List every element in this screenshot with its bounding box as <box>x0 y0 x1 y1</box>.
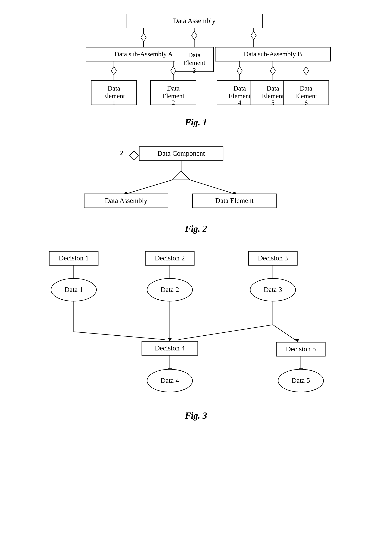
svg-text:4: 4 <box>238 99 241 106</box>
svg-text:Data 3: Data 3 <box>264 285 282 293</box>
svg-text:Data Element: Data Element <box>215 197 254 205</box>
svg-text:Data 4: Data 4 <box>161 377 179 384</box>
svg-line-61 <box>190 180 234 194</box>
svg-text:Data: Data <box>188 51 201 59</box>
svg-text:Element: Element <box>229 92 251 100</box>
svg-marker-55 <box>130 151 138 160</box>
figure-2: 2+ Data Component Data Assembly Data Ele… <box>14 141 378 234</box>
fig3-diagram: Decision 1 Data 1 Decision 2 Data 2 Deci… <box>39 248 353 405</box>
svg-text:Element: Element <box>262 92 284 100</box>
svg-text:Data: Data <box>300 85 312 92</box>
svg-text:Data 5: Data 5 <box>292 377 310 384</box>
fig2-label: Fig. 2 <box>185 224 207 234</box>
svg-marker-3 <box>141 33 146 42</box>
svg-text:2+: 2+ <box>120 150 127 157</box>
svg-text:Data: Data <box>266 85 279 92</box>
svg-text:2: 2 <box>172 99 175 106</box>
svg-text:Data 2: Data 2 <box>161 285 179 293</box>
svg-text:Data: Data <box>108 85 120 92</box>
svg-marker-5 <box>192 31 197 40</box>
fig1-label: Fig. 1 <box>185 117 207 128</box>
svg-marker-7 <box>251 31 256 40</box>
svg-text:Element: Element <box>295 92 317 100</box>
svg-text:Data Assembly: Data Assembly <box>173 17 215 25</box>
svg-text:Data Assembly: Data Assembly <box>105 197 147 205</box>
svg-line-90 <box>179 325 273 340</box>
svg-line-99 <box>273 325 297 341</box>
svg-line-87 <box>74 332 165 340</box>
page: Data Assembly Data sub-Assembly A Data E… <box>0 0 392 549</box>
fig2-diagram: 2+ Data Component Data Assembly Data Ele… <box>74 141 318 218</box>
svg-text:Data sub-Assembly A: Data sub-Assembly A <box>114 50 173 58</box>
svg-text:3: 3 <box>193 67 196 74</box>
fig1-diagram: Data Assembly Data sub-Assembly A Data E… <box>30 10 362 112</box>
svg-text:Element: Element <box>103 92 125 100</box>
figure-1: Data Assembly Data sub-Assembly A Data E… <box>14 10 378 128</box>
svg-text:Element: Element <box>183 59 205 66</box>
svg-marker-28 <box>270 66 275 75</box>
svg-text:Decision 5: Decision 5 <box>286 345 316 353</box>
svg-marker-30 <box>303 66 309 75</box>
svg-text:1: 1 <box>112 99 116 106</box>
svg-text:Decision 2: Decision 2 <box>155 254 185 262</box>
svg-text:5: 5 <box>271 99 275 106</box>
svg-marker-59 <box>172 171 190 180</box>
svg-text:Data 1: Data 1 <box>64 285 83 293</box>
svg-marker-91 <box>168 338 172 341</box>
svg-text:Decision 4: Decision 4 <box>155 344 185 352</box>
svg-text:Data sub-Assembly B: Data sub-Assembly B <box>244 50 302 58</box>
svg-text:Decision 3: Decision 3 <box>258 254 288 262</box>
svg-marker-100 <box>295 339 300 342</box>
svg-text:Decision 1: Decision 1 <box>59 254 89 262</box>
svg-text:Data Component: Data Component <box>157 150 205 157</box>
svg-text:6: 6 <box>304 99 308 106</box>
fig3-label: Fig. 3 <box>185 410 207 421</box>
svg-marker-20 <box>111 66 117 75</box>
svg-text:Data: Data <box>167 85 180 92</box>
svg-line-60 <box>126 180 172 194</box>
figure-3: Decision 1 Data 1 Decision 2 Data 2 Deci… <box>14 248 378 421</box>
svg-text:Element: Element <box>162 92 184 100</box>
svg-marker-26 <box>237 66 242 75</box>
svg-text:Data: Data <box>233 85 246 92</box>
